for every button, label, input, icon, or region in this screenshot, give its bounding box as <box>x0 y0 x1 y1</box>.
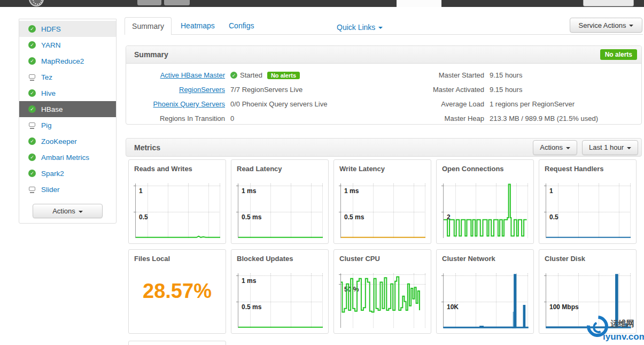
sidebar-item-label: HBase <box>41 105 63 113</box>
sidebar-item-zookeeper[interactable]: ✓ ZooKeeper <box>19 133 116 149</box>
summary-value: 9.15 hours <box>490 86 522 94</box>
metric-card-read-latency[interactable]: Read Latency 1 ms0.5 ms <box>231 159 329 244</box>
tab-summary[interactable]: Summary <box>125 17 172 35</box>
sidebar-item-label: Slider <box>41 186 60 194</box>
summary-row-phoenix-query-servers: Phoenix Query Servers0/0 Phoenix Query s… <box>126 97 383 111</box>
metric-card-title: Reads and Writes <box>134 165 192 173</box>
status-started-icon: ✓ <box>230 72 237 79</box>
topbar-button-2[interactable] <box>164 0 190 5</box>
summary-row-master-activated: Master Activated9.15 hours <box>383 82 641 97</box>
summary-value: 7/7 RegionServers Live <box>230 86 302 94</box>
metrics-card-grid: Reads and Writes 10.5 Read Latency 1 ms0… <box>128 159 637 334</box>
metric-card-files-local[interactable]: Files Local 28.57% <box>128 249 226 334</box>
caret-down-icon <box>566 147 570 149</box>
summary-label-master-heap: Master Heap <box>383 114 484 122</box>
sidebar-item-spark2[interactable]: ✓ Spark2 <box>19 165 116 181</box>
sidebar-item-tez[interactable]: Tez <box>19 69 116 85</box>
summary-link-phoenix-query-servers[interactable]: Phoenix Query Servers <box>126 100 225 108</box>
summary-value-text: 0/0 Phoenix Query servers Live <box>230 100 327 108</box>
metric-card-open-connections[interactable]: Open Connections 2 <box>436 159 534 244</box>
summary-row-average-load: Average Load1 regions per RegionServer <box>383 97 641 111</box>
summary-link-regionservers[interactable]: RegionServers <box>126 86 225 94</box>
summary-value-text: 0 <box>230 114 234 122</box>
sidebar-item-slider[interactable]: Slider <box>19 181 116 197</box>
summary-value-text: 1 regions per RegionServer <box>490 100 575 108</box>
topbar-right-button[interactable] <box>583 0 634 6</box>
metric-card-title: Blocked Updates <box>237 255 293 263</box>
summary-value: 213.3 MB / 989.9 MB (21.5% used) <box>490 114 598 122</box>
summary-link-active-hbase-master[interactable]: Active HBase Master <box>126 71 225 79</box>
caret-down-icon <box>627 147 631 149</box>
sidebar-item-label: Tez <box>41 73 52 81</box>
top-navbar <box>0 0 644 7</box>
sidebar-actions-button[interactable]: Actions <box>33 204 103 218</box>
summary-value-text: Started <box>240 71 262 79</box>
series-cpu-percent <box>341 277 420 312</box>
metric-card-cluster-network[interactable]: Cluster Network 10K <box>436 249 534 334</box>
metrics-time-range-button[interactable]: Last 1 hour <box>582 140 638 155</box>
status-started-icon: ✓ <box>28 137 36 145</box>
watermark-name: 运维网 <box>610 319 634 329</box>
topbar-active-item[interactable] <box>397 0 441 7</box>
sidebar-item-hdfs[interactable]: ✓ HDFS <box>19 21 116 37</box>
caret-down-icon <box>629 25 633 27</box>
sidebar-item-label: Pig <box>41 121 52 129</box>
sidebar-item-label: HDFS <box>41 25 61 33</box>
summary-panel-body: Active HBase Master✓StartedNo alertsRegi… <box>126 64 641 125</box>
status-started-icon: ✓ <box>28 25 36 33</box>
metrics-actions-button[interactable]: Actions <box>533 140 577 155</box>
summary-panel-header: Summary No alerts <box>126 46 641 64</box>
caret-down-icon <box>79 211 83 213</box>
metric-card-cluster-cpu[interactable]: Cluster CPU 50 % <box>333 249 431 334</box>
tab-configs[interactable]: Configs <box>229 21 254 30</box>
metric-card-title: Cluster CPU <box>339 255 380 263</box>
summary-value: 0/0 Phoenix Query servers Live <box>230 100 327 108</box>
quick-links-dropdown[interactable]: Quick Links <box>337 23 383 32</box>
metric-card-title: Request Handlers <box>545 165 604 173</box>
tab-heatmaps[interactable]: Heatmaps <box>181 21 215 30</box>
summary-value-text: 9.15 hours <box>490 71 522 79</box>
summary-panel: Summary No alerts Active HBase Master✓St… <box>126 45 642 125</box>
metric-card-title: Read Latency <box>237 165 282 173</box>
metric-chart-request-handlers: 10.5 <box>546 183 631 238</box>
summary-value-text: 213.3 MB / 989.9 MB (21.5% used) <box>490 114 598 122</box>
metric-card-title: Write Latency <box>339 165 385 173</box>
status-started-icon: ✓ <box>28 57 36 65</box>
summary-row-master-heap: Master Heap213.3 MB / 989.9 MB (21.5% us… <box>383 111 641 126</box>
no-alerts-badge: No alerts <box>600 49 637 60</box>
service-actions-button[interactable]: Service Actions <box>570 18 642 33</box>
sidebar-item-label: YARN <box>41 41 61 49</box>
client-service-icon <box>28 74 36 81</box>
topbar-button-1[interactable] <box>137 0 161 5</box>
sidebar-item-label: ZooKeeper <box>41 137 77 145</box>
watermark-site: iyunv.com <box>603 332 644 342</box>
sidebar-item-mapreduce2[interactable]: ✓ MapReduce2 <box>19 53 116 69</box>
sidebar-item-label: MapReduce2 <box>41 57 84 65</box>
sidebar-item-pig[interactable]: Pig <box>19 117 116 133</box>
summary-panel-title: Summary <box>134 50 168 59</box>
sidebar-item-hive[interactable]: ✓ Hive <box>19 85 116 101</box>
summary-label-master-started: Master Started <box>383 71 484 79</box>
metrics-time-range-label: Last 1 hour <box>589 143 624 151</box>
series-network <box>444 274 528 328</box>
metric-card-blocked-updates[interactable]: Blocked Updates 1 ms0.5 ms <box>231 249 329 334</box>
quick-links-label: Quick Links <box>337 23 375 32</box>
summary-row-active-hbase-master: Active HBase Master✓StartedNo alerts <box>126 68 383 82</box>
metric-card-write-latency[interactable]: Write Latency 1 ms0.5 ms <box>333 159 431 244</box>
summary-label-master-activated: Master Activated <box>383 86 484 94</box>
metric-card-reads-and-writes[interactable]: Reads and Writes 10.5 <box>128 159 226 244</box>
status-started-icon: ✓ <box>28 41 36 49</box>
ambari-logo-icon[interactable] <box>29 0 44 6</box>
sidebar-item-hbase[interactable]: ✓ HBase <box>19 101 116 117</box>
sidebar-item-ambari-metrics[interactable]: ✓ Ambari Metrics <box>19 149 116 165</box>
series-operations <box>136 236 220 237</box>
metric-card-partial[interactable] <box>128 341 226 345</box>
tabbar-divider <box>125 34 643 35</box>
metric-card-request-handlers[interactable]: Request Handlers 10.5 <box>539 159 637 244</box>
sidebar-item-yarn[interactable]: ✓ YARN <box>19 37 116 53</box>
status-started-icon: ✓ <box>28 154 36 161</box>
metric-chart-cluster-cpu: 50 % <box>340 273 425 328</box>
metric-chart-open-connections: 2 <box>443 183 528 238</box>
metric-chart-reads-and-writes: 10.5 <box>135 183 220 238</box>
summary-row-regionservers: RegionServers7/7 RegionServers Live <box>126 82 383 97</box>
